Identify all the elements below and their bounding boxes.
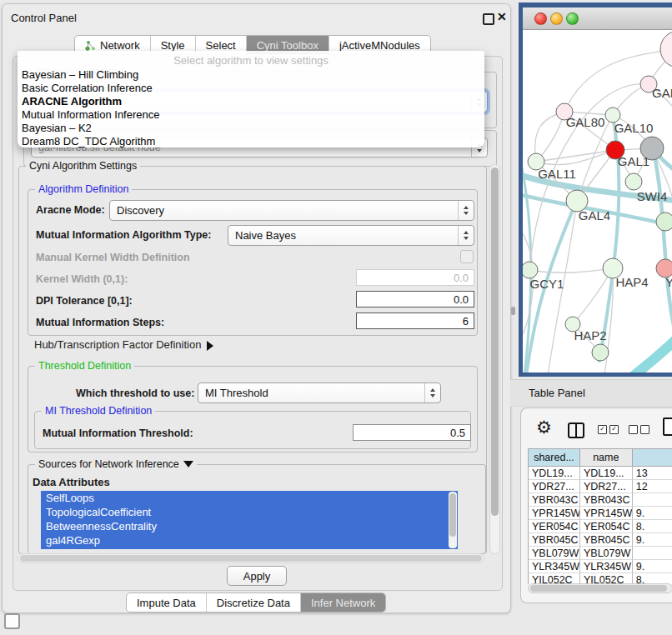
close-panel-icon[interactable]: ✕ <box>497 10 507 23</box>
control-panel-title: Control Panel <box>11 12 77 24</box>
network-window-titlebar[interactable] <box>523 8 672 30</box>
table-row[interactable]: YBR045CYBR045C9. <box>529 533 672 547</box>
aracne-mode-value: Discovery <box>117 204 164 217</box>
node-label: HAP2 <box>574 328 606 342</box>
column-header[interactable]: name <box>580 449 633 467</box>
table-header-row: shared...name <box>529 449 672 467</box>
network-edge[interactable] <box>654 152 672 329</box>
table-cell: YDL19... <box>529 467 580 480</box>
which-threshold-combo[interactable]: MI Threshold <box>198 382 441 403</box>
gear-icon[interactable]: ⚙ <box>536 418 552 436</box>
zoom-window-icon[interactable] <box>566 12 579 25</box>
hub-definition-toggle[interactable]: Hub/Transcription Factor Definition <box>34 338 213 351</box>
table-cell <box>633 547 672 560</box>
kernel-width-label: Kernel Width (0,1): <box>36 273 128 285</box>
attribute-item[interactable]: TopologicalCoefficient <box>41 505 458 519</box>
network-edge[interactable] <box>634 338 672 372</box>
column-header[interactable]: shared... <box>529 449 580 467</box>
kernel-width-value: 0.0 <box>454 272 469 284</box>
dropdown-item[interactable]: Basic Correlation Inference <box>18 82 484 95</box>
network-node[interactable] <box>660 31 672 68</box>
tab-label: Infer Network <box>311 597 375 609</box>
dropdown-placeholder: Select algorithm to view settings <box>18 53 484 68</box>
split-columns-icon[interactable] <box>568 422 584 438</box>
attributes-scrollbar[interactable] <box>449 492 457 548</box>
network-node[interactable] <box>656 212 672 231</box>
mi-threshold-legend: MI Threshold Definition <box>42 405 155 417</box>
table-cell <box>633 493 672 507</box>
network-edge[interactable] <box>536 150 615 162</box>
network-graph[interactable]: GALGAL80GAL10GAL1GAL11SWI4GAL4GCY1HAP4YH… <box>523 30 672 372</box>
checked-columns-icon[interactable]: ✓✓ <box>598 425 619 434</box>
mi-steps-field[interactable]: 6 <box>356 312 474 329</box>
table-cell: YDR27... <box>580 480 633 493</box>
network-edge[interactable] <box>529 268 613 272</box>
dpi-tolerance-field[interactable]: 0.0 <box>356 291 474 308</box>
mi-steps-value: 6 <box>463 315 469 328</box>
dropdown-item[interactable]: Mutual Information Inference <box>18 108 484 122</box>
node-label: GAL <box>652 86 672 100</box>
network-node-swi4[interactable] <box>625 173 642 190</box>
dropdown-item[interactable]: Bayesian – K2 <box>18 122 484 135</box>
float-panel-icon[interactable] <box>483 13 494 25</box>
manual-kernel-checkbox[interactable] <box>460 250 474 263</box>
close-window-icon[interactable] <box>534 12 547 25</box>
table-panel-titlebar: Table Panel <box>510 379 672 407</box>
tab-infer-network[interactable]: Infer Network <box>301 593 385 612</box>
mi-type-combo[interactable]: Naive Bayes <box>228 225 474 246</box>
node-label: GAL10 <box>614 121 654 135</box>
unchecked-columns-icon[interactable] <box>629 425 649 434</box>
table-row[interactable]: YDR27...YDR27...12 <box>529 480 672 493</box>
apply-button[interactable]: Apply <box>227 566 287 586</box>
table-horizontal-scrollbar[interactable] <box>528 583 672 593</box>
table-panel-title: Table Panel <box>529 387 585 399</box>
mi-type-label: Mutual Information Algorithm Type: <box>36 229 211 241</box>
panel-divider-grip[interactable] <box>511 307 515 315</box>
attribute-item[interactable]: gal4RGexp <box>41 533 458 548</box>
dropdown-item[interactable]: Bayesian – Hill Climbing <box>18 68 484 82</box>
table-row[interactable]: YPR145WYPR145W9. <box>529 507 672 520</box>
node-label: SWI4 <box>637 189 668 203</box>
table-row[interactable]: YER054CYER054C8. <box>529 520 672 533</box>
table-cell: 12 <box>633 480 672 493</box>
attribute-item[interactable]: SelfLoops <box>41 491 458 505</box>
table-row[interactable]: YBR043CYBR043C <box>529 493 672 507</box>
mi-threshold-label: Mutual Information Threshold: <box>43 428 193 439</box>
minimize-window-icon[interactable] <box>550 12 563 25</box>
algorithm-dropdown: Select algorithm to view settings Bayesi… <box>18 51 484 148</box>
node-label: HAP4 <box>615 275 648 289</box>
node-label: GAL11 <box>538 167 576 181</box>
data-attributes-list[interactable]: SelfLoopsTopologicalCoefficientBetweenne… <box>41 491 458 549</box>
node-label: GAL80 <box>566 115 605 129</box>
tab-discretize-data[interactable]: Discretize Data <box>207 593 301 612</box>
tab-label: Select <box>206 39 236 52</box>
settings-vertical-scrollbar[interactable] <box>489 164 500 554</box>
minimized-panel-icon[interactable] <box>4 613 20 629</box>
aracne-mode-combo[interactable]: Discovery <box>109 200 474 221</box>
table-row[interactable]: YLR345WYLR345W9. <box>529 560 672 573</box>
table-cell: YBL079W <box>529 547 580 560</box>
column-header[interactable] <box>633 449 672 467</box>
network-node[interactable] <box>592 344 609 361</box>
tab-label: Impute Data <box>137 597 196 609</box>
network-node-gcy1[interactable] <box>523 262 538 278</box>
expanded-arrow-icon <box>183 461 193 468</box>
tab-impute-data[interactable]: Impute Data <box>127 593 207 612</box>
attribute-item[interactable]: BetweennessCentrality <box>41 519 458 533</box>
file-icon[interactable] <box>663 418 672 436</box>
mi-threshold-field[interactable]: 0.5 <box>353 424 471 441</box>
table-cell: YPR145W <box>529 507 580 520</box>
kernel-width-field[interactable]: 0.0 <box>356 269 474 286</box>
tab-label: Network <box>100 39 140 52</box>
table-row[interactable]: YBL079WYBL079W <box>529 547 672 560</box>
table-row[interactable]: YDL19...YDL19...13 <box>529 467 672 480</box>
threshold-definition-legend: Threshold Definition <box>35 360 134 372</box>
settings-horizontal-scrollbar[interactable] <box>18 553 484 563</box>
node-label: Y <box>665 275 672 289</box>
sources-legend[interactable]: Sources for Network Inference <box>35 458 197 470</box>
tab-label: Style <box>161 39 185 52</box>
dropdown-item[interactable]: ARACNE Algorithm <box>18 95 484 108</box>
network-canvas[interactable]: GALGAL80GAL10GAL1GAL11SWI4GAL4GCY1HAP4YH… <box>523 30 672 372</box>
dropdown-item[interactable]: Dream8 DC_TDC Algorithm <box>18 135 484 148</box>
table-cell: YER054C <box>580 520 633 533</box>
